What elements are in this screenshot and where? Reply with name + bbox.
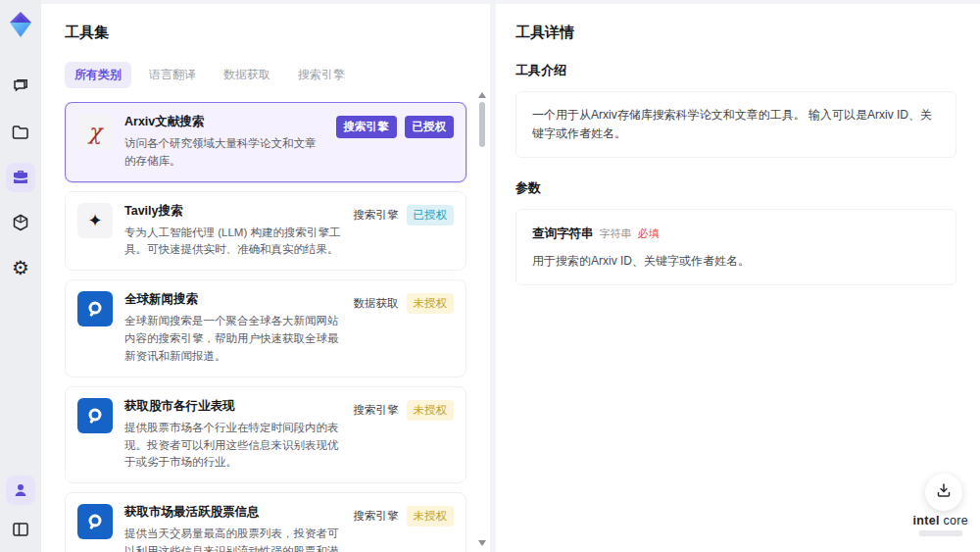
- tab-category-2[interactable]: 数据获取: [214, 62, 280, 88]
- tool-card-3[interactable]: 获取股市各行业表现提供股票市场各个行业在特定时间段内的表现。投资者可以利用这些信…: [65, 386, 466, 483]
- sidebar-item-models[interactable]: [6, 208, 35, 237]
- tool-desc: 提供股票市场各个行业在特定时间段内的表现。投资者可以利用这些信息来识别表现优于或…: [124, 420, 342, 472]
- unauthorized-badge: 未授权: [407, 293, 455, 314]
- intel-core-logo: intel core: [913, 514, 969, 536]
- tavily-sparkle-icon: ✦: [77, 203, 113, 238]
- sidebar-item-profile[interactable]: [6, 476, 35, 505]
- tab-category-0[interactable]: 所有类别: [65, 62, 131, 88]
- tool-desc: 提供当天交易量最高的股票列表，投资者可以利用这些信息来识别流动性强的股票和潜在的…: [124, 526, 342, 552]
- unauthorized-badge: 未授权: [407, 400, 455, 421]
- tab-category-3[interactable]: 搜索引擎: [288, 62, 355, 88]
- gear-icon: ⚙: [12, 258, 29, 277]
- tool-category-tag: 搜索引擎: [354, 509, 399, 524]
- param-desc: 用于搜索的Arxiv ID、关键字或作者姓名。: [532, 252, 940, 271]
- authorized-badge: 已授权: [407, 205, 455, 226]
- tool-category-tag: 搜索引擎: [336, 116, 397, 138]
- category-tabs: 所有类别语言翻译数据获取搜索引擎: [65, 62, 484, 88]
- user-icon: [12, 481, 29, 499]
- tool-card-1[interactable]: ✦Tavily搜索专为人工智能代理 (LLM) 构建的搜索引擎工具。可快速提供实…: [65, 191, 466, 272]
- left-rail: ⚙: [0, 0, 41, 552]
- app-window: ⚙ 工具集 所有类别语言翻译数据获取搜索引擎 χArxiv文献搜索访问各个研究领…: [0, 0, 980, 552]
- param-type: 字符串: [600, 227, 632, 239]
- tool-category-tag: 搜索引擎: [354, 208, 399, 223]
- tool-name: 全球新闻搜索: [124, 291, 342, 308]
- chat-icon: [11, 77, 30, 97]
- list-scrollbar[interactable]: [478, 92, 486, 546]
- intel-core-text: intel core: [913, 514, 969, 527]
- news-search-icon: [77, 291, 113, 326]
- news-search-icon: [77, 398, 113, 433]
- tool-name: 获取市场最活跃股票信息: [124, 504, 342, 521]
- tool-category-tag: 搜索引擎: [354, 403, 399, 418]
- sidebar-item-settings[interactable]: ⚙: [6, 253, 35, 282]
- param-box: 查询字符串字符串必填 用于搜索的Arxiv ID、关键字或作者姓名。: [515, 209, 956, 284]
- tab-category-1[interactable]: 语言翻译: [139, 62, 206, 88]
- folder-icon: [11, 123, 30, 142]
- tool-card-4[interactable]: 获取市场最活跃股票信息提供当天交易量最高的股票列表，投资者可以利用这些信息来识别…: [65, 492, 466, 552]
- tool-desc: 专为人工智能代理 (LLM) 构建的搜索引擎工具。可快速提供实时、准确和真实的结…: [124, 225, 342, 260]
- intro-heading: 工具介绍: [515, 62, 956, 79]
- tool-name: 获取股市各行业表现: [124, 398, 342, 415]
- sidebar-item-files[interactable]: [6, 118, 35, 147]
- tool-name: Arxiv文献搜索: [124, 114, 324, 130]
- param-required-badge: 必填: [638, 227, 660, 239]
- param-name: 查询字符串: [532, 226, 594, 240]
- tool-list: χArxiv文献搜索访问各个研究领域大量科学论文和文章的存储库。搜索引擎已授权✦…: [65, 102, 484, 552]
- tool-card-2[interactable]: 全球新闻搜索全球新闻搜索是一个聚合全球各大新闻网站内容的搜索引擎，帮助用户快速获…: [65, 279, 466, 376]
- intel-core-subline: [919, 530, 962, 536]
- authorized-badge: 已授权: [405, 116, 455, 138]
- toolbox-icon: [11, 168, 30, 187]
- news-search-icon: [77, 504, 113, 539]
- tool-list-panel: 工具集 所有类别语言翻译数据获取搜索引擎 χArxiv文献搜索访问各个研究领域大…: [41, 4, 490, 552]
- tool-desc: 访问各个研究领域大量科学论文和文章的存储库。: [124, 135, 324, 171]
- unauthorized-badge: 未授权: [407, 506, 455, 527]
- scroll-up-icon[interactable]: [478, 92, 486, 98]
- tool-detail-panel: 工具详情 工具介绍 一个用于从Arxiv存储库搜索科学论文和文章的工具。 输入可…: [496, 4, 980, 552]
- sidebar-item-collapse[interactable]: [6, 515, 35, 544]
- page-title: 工具集: [65, 24, 484, 42]
- sidebar-item-chat[interactable]: [6, 73, 35, 102]
- tool-card-0[interactable]: χArxiv文献搜索访问各个研究领域大量科学论文和文章的存储库。搜索引擎已授权: [65, 102, 466, 182]
- tool-category-tag: 数据获取: [354, 296, 399, 311]
- scroll-down-icon[interactable]: [478, 540, 486, 546]
- arxiv-icon: χ: [77, 114, 113, 149]
- intro-text: 一个用于从Arxiv存储库搜索科学论文和文章的工具。 输入可以是Arxiv ID…: [532, 108, 932, 140]
- download-icon: [935, 481, 953, 503]
- tool-desc: 全球新闻搜索是一个聚合全球各大新闻网站内容的搜索引擎，帮助用户快速获取全球最新资…: [124, 313, 342, 365]
- scrollbar-thumb[interactable]: [479, 102, 485, 147]
- sidebar-item-tools[interactable]: [6, 163, 35, 192]
- download-button[interactable]: [925, 474, 962, 511]
- intro-box: 一个用于从Arxiv存储库搜索科学论文和文章的工具。 输入可以是Arxiv ID…: [515, 91, 956, 158]
- app-logo-icon: [6, 10, 35, 39]
- detail-title: 工具详情: [515, 24, 956, 42]
- params-heading: 参数: [515, 179, 956, 197]
- tool-name: Tavily搜索: [124, 203, 342, 220]
- cube-icon: [11, 213, 30, 232]
- panel-toggle-icon: [11, 520, 30, 539]
